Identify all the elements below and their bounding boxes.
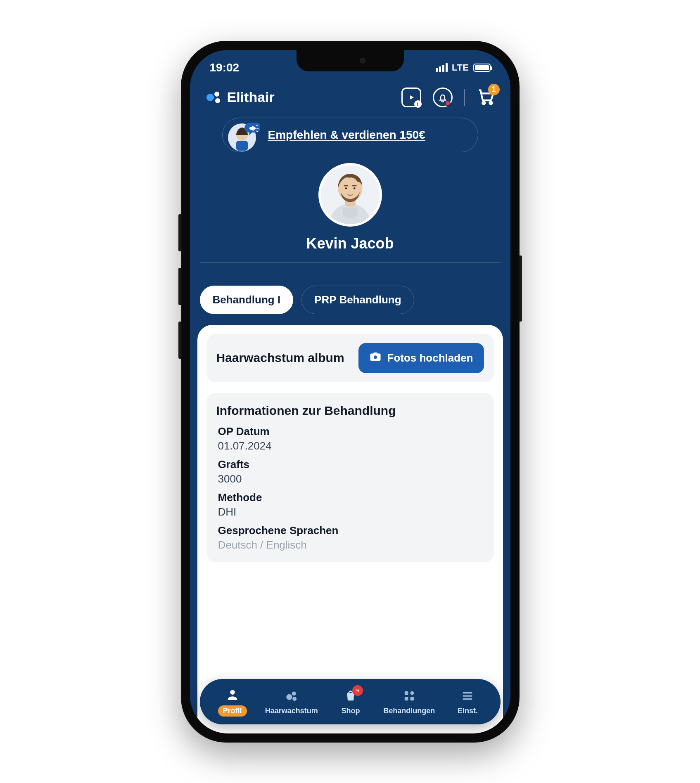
album-title: Haarwachstum album [216, 350, 344, 366]
signal-icon [436, 63, 448, 72]
menu-icon [459, 688, 476, 704]
profile-avatar[interactable] [318, 163, 382, 227]
nav-label: Haarwachstum [265, 707, 318, 715]
divider [464, 89, 465, 106]
person-icon [224, 686, 241, 703]
referral-text: Empfehlen & verdienen 150€ [268, 128, 425, 142]
brand-logo-icon [205, 89, 222, 106]
svg-text:%: % [356, 688, 360, 693]
info-value: 3000 [218, 473, 482, 485]
svg-rect-26 [410, 697, 414, 701]
info-value: DHI [218, 506, 482, 518]
tab-behandlung-1[interactable]: Behandlung I [200, 286, 294, 314]
treatment-tabs: Behandlung I PRP Behandlung [190, 273, 510, 314]
svg-rect-23 [404, 691, 408, 695]
notification-dot-icon [445, 100, 451, 106]
info-value: Deutsch / Englisch [218, 539, 482, 551]
sale-badge-icon: % [352, 685, 363, 696]
svg-point-20 [292, 691, 296, 695]
nav-label: Shop [342, 707, 360, 715]
album-panel: Haarwachstum album Fotos hochladen [206, 334, 494, 382]
upload-photos-label: Fotos hochladen [387, 352, 473, 364]
notifications-button[interactable] [433, 88, 453, 107]
svg-rect-24 [410, 691, 414, 695]
grid-icon [401, 688, 418, 704]
nav-label: Einst. [458, 707, 478, 715]
info-value: 01.07.2024 [218, 440, 482, 452]
svg-rect-6 [236, 141, 248, 151]
svg-point-12 [345, 187, 346, 189]
app-header: Elithair i 1 [190, 80, 510, 112]
nav-haarwachstum[interactable]: Haarwachstum [265, 688, 318, 715]
camera-icon [369, 350, 382, 366]
svg-point-19 [286, 694, 292, 700]
nav-label: Profil [218, 705, 247, 717]
brand-name: Elithair [227, 89, 275, 105]
svg-point-18 [230, 690, 235, 695]
network-label: LTE [452, 62, 469, 73]
svg-rect-25 [404, 697, 408, 701]
svg-point-2 [215, 98, 220, 103]
shop-icon: % [342, 688, 359, 704]
info-label: Grafts [218, 458, 482, 471]
screen: 19:02 LTE Elithair i [190, 50, 510, 733]
phone-frame: 19:02 LTE Elithair i [181, 41, 520, 743]
upload-photos-button[interactable]: Fotos hochladen [358, 343, 484, 373]
cart-button[interactable]: 1 [477, 87, 496, 108]
nav-behandlungen[interactable]: Behandlungen [383, 688, 435, 715]
bottom-nav: Profil Haarwachstum % Shop [200, 679, 501, 724]
cart-count-badge: 1 [488, 84, 500, 95]
info-label: Gesprochene Sprachen [218, 524, 482, 537]
profile-name: Kevin Jacob [190, 235, 510, 252]
info-row: Methode DHI [218, 491, 482, 518]
profile-section: Kevin Jacob [190, 163, 510, 273]
svg-rect-14 [344, 185, 348, 186]
info-label: OP Datum [218, 425, 482, 438]
info-row: OP Datum 01.07.2024 [218, 425, 482, 452]
treatment-info-heading: Informationen zur Behandlung [216, 404, 484, 418]
battery-icon [473, 64, 491, 72]
svg-point-8 [253, 127, 256, 130]
svg-point-4 [489, 102, 492, 104]
svg-point-1 [214, 92, 219, 97]
info-row: Grafts 3000 [218, 458, 482, 485]
info-row: Gesprochene Sprachen Deutsch / Englisch [218, 524, 482, 551]
tab-prp-behandlung[interactable]: PRP Behandlung [301, 286, 414, 314]
device-notch [297, 50, 404, 71]
svg-point-0 [206, 94, 214, 101]
nav-label: Behandlungen [383, 707, 435, 715]
svg-point-3 [482, 102, 485, 104]
divider [200, 262, 501, 263]
nav-shop[interactable]: % Shop [328, 688, 373, 715]
status-time: 19:02 [210, 61, 240, 74]
content-card: Haarwachstum album Fotos hochladen Infor… [197, 325, 503, 733]
svg-point-21 [292, 697, 297, 701]
nav-einstellungen[interactable]: Einst. [445, 688, 490, 715]
info-badge-icon: i [414, 100, 422, 108]
svg-point-16 [373, 355, 377, 359]
referral-banner[interactable]: Empfehlen & verdienen 150€ [222, 118, 478, 152]
svg-rect-15 [352, 185, 356, 186]
brand[interactable]: Elithair [205, 89, 275, 106]
videos-button[interactable]: i [401, 88, 421, 107]
referral-avatar-icon [223, 116, 261, 154]
treatment-info-panel: Informationen zur Behandlung OP Datum 01… [206, 393, 494, 562]
svg-point-13 [353, 187, 355, 189]
nav-profil[interactable]: Profil [210, 686, 255, 717]
growth-icon [283, 688, 300, 704]
info-label: Methode [218, 491, 482, 504]
